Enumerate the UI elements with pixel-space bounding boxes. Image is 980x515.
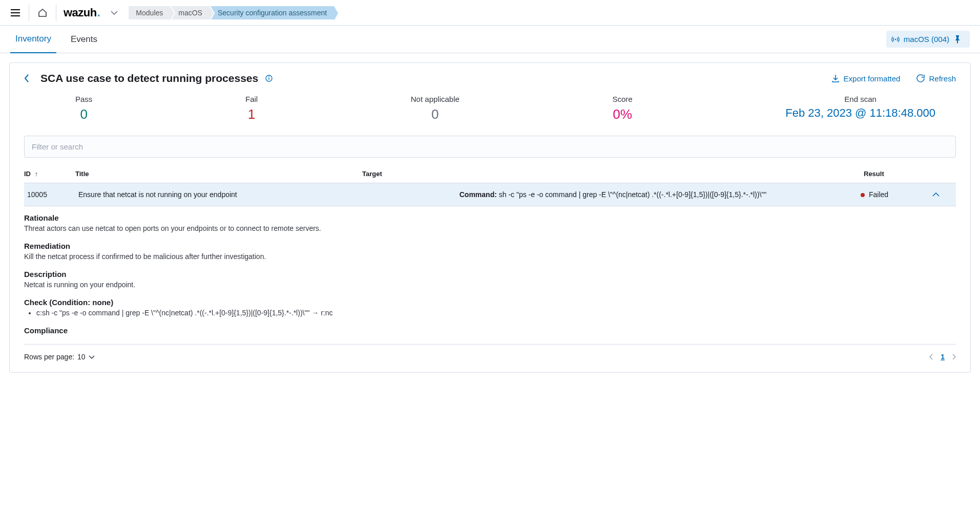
filter-input[interactable]: [32, 142, 948, 151]
stat-pass-value: 0: [75, 106, 92, 122]
row-details: Rationale Threat actors can use netcat t…: [24, 206, 956, 345]
logo-dropdown[interactable]: [104, 3, 124, 23]
remediation-heading: Remediation: [24, 242, 956, 250]
compliance-heading: Compliance: [24, 326, 956, 335]
stat-fail: Fail 1: [245, 95, 258, 122]
header-expand: [935, 170, 956, 178]
checks-table: ID ↑ Title Target Result 10005 Ensure th…: [24, 165, 956, 363]
status-dot-failed: [861, 193, 865, 197]
chevron-left-icon: [24, 74, 29, 83]
breadcrumb-modules[interactable]: Modules: [129, 6, 170, 19]
table-footer: Rows per page: 10 1: [24, 345, 956, 363]
export-label: Export formatted: [844, 74, 901, 83]
detail-compliance: Compliance: [24, 326, 956, 335]
stat-score: Score 0%: [612, 95, 632, 122]
description-text: Netcat is running on your endpoint.: [24, 281, 956, 289]
svg-point-2: [268, 76, 269, 77]
page-next[interactable]: [952, 354, 956, 360]
breadcrumbs: Modules macOS Security configuration ass…: [129, 6, 335, 19]
info-icon[interactable]: [265, 75, 273, 82]
stat-endscan: End scan Feb 23, 2023 @ 11:18:48.000: [785, 95, 935, 122]
detail-remediation: Remediation Kill the netcat process if c…: [24, 242, 956, 261]
rationale-heading: Rationale: [24, 213, 956, 222]
stat-fail-value: 1: [245, 106, 258, 122]
logo-text: wazuh: [64, 6, 97, 19]
target-label: Command:: [460, 190, 497, 199]
header-title[interactable]: Title: [75, 170, 362, 178]
chevron-left-icon: [929, 354, 933, 360]
logo[interactable]: wazuh.: [64, 6, 100, 19]
svg-rect-3: [269, 78, 269, 80]
chevron-up-icon: [932, 192, 940, 197]
chevron-down-icon: [89, 355, 95, 359]
main-panel: SCA use case to detect running processes…: [9, 62, 971, 373]
detail-check: Check (Condition: none) c:sh -c "ps -e -…: [24, 298, 956, 317]
chevron-right-icon: [952, 354, 956, 360]
hamburger-icon: [11, 9, 20, 16]
separator: [29, 5, 29, 21]
cell-expand[interactable]: [932, 192, 953, 197]
stat-na-label: Not applicable: [411, 95, 460, 103]
target-value: sh -c "ps -e -o command | grep -E \"^(nc…: [497, 190, 766, 199]
back-button[interactable]: [24, 74, 29, 83]
menu-button[interactable]: [5, 3, 26, 23]
detail-description: Description Netcat is running on your en…: [24, 270, 956, 289]
breadcrumb-current[interactable]: Security configuration assessment: [211, 6, 334, 19]
result-text: Failed: [869, 190, 888, 199]
svg-point-0: [894, 38, 896, 40]
stat-na-value: 0: [411, 106, 460, 122]
logo-dot: .: [97, 6, 100, 19]
rows-label: Rows per page:: [24, 353, 74, 361]
tabs: Inventory Events macOS (004): [0, 26, 980, 53]
refresh-button[interactable]: Refresh: [916, 74, 956, 83]
header-result[interactable]: Result: [864, 170, 935, 178]
rows-per-page[interactable]: Rows per page: 10: [24, 353, 95, 361]
signal-icon: [891, 36, 900, 43]
breadcrumb-agent[interactable]: macOS: [171, 6, 210, 19]
stat-endscan-label: End scan: [785, 95, 935, 103]
agent-badge[interactable]: macOS (004): [886, 31, 970, 48]
panel-title: SCA use case to detect running processes: [40, 72, 258, 84]
detail-rationale: Rationale Threat actors can use netcat t…: [24, 213, 956, 232]
description-heading: Description: [24, 270, 956, 278]
remediation-text: Kill the netcat process if confirmed to …: [24, 252, 956, 261]
stat-pass-label: Pass: [75, 95, 92, 103]
panel-header: SCA use case to detect running processes…: [24, 72, 956, 84]
refresh-label: Refresh: [929, 74, 956, 83]
rationale-text: Threat actors can use netcat to open por…: [24, 224, 956, 232]
check-list: c:sh -c "ps -e -o command | grep -E \"^(…: [24, 309, 956, 317]
stat-pass: Pass 0: [75, 95, 92, 122]
pagination: 1: [929, 353, 956, 361]
stat-score-value: 0%: [612, 106, 632, 122]
stat-fail-label: Fail: [245, 95, 258, 103]
refresh-icon: [916, 74, 925, 82]
panel-actions: Export formatted Refresh: [831, 74, 956, 83]
check-item: c:sh -c "ps -e -o command | grep -E \"^(…: [36, 309, 956, 317]
tab-inventory[interactable]: Inventory: [10, 26, 56, 53]
rows-value: 10: [77, 353, 86, 361]
stat-endscan-value: Feb 23, 2023 @ 11:18:48.000: [785, 106, 935, 120]
page-current[interactable]: 1: [941, 353, 945, 361]
stat-na: Not applicable 0: [411, 95, 460, 122]
cell-title: Ensure that netcat is not running on you…: [78, 190, 365, 199]
tab-events[interactable]: Events: [66, 26, 102, 53]
export-button[interactable]: Export formatted: [831, 74, 901, 83]
sort-asc-icon: ↑: [35, 170, 38, 178]
stat-score-label: Score: [612, 95, 632, 103]
page-prev[interactable]: [929, 354, 933, 360]
chevron-down-icon: [111, 11, 118, 15]
pin-icon[interactable]: [954, 35, 965, 44]
filter-box: [24, 136, 956, 158]
cell-target: Command: sh -c "ps -e -o command | grep …: [365, 190, 861, 199]
cell-id: 10005: [27, 190, 78, 199]
check-heading: Check (Condition: none): [24, 298, 956, 307]
home-icon: [38, 8, 47, 17]
stats-row: Pass 0 Fail 1 Not applicable 0 Score 0% …: [24, 93, 956, 132]
cell-result: Failed: [861, 190, 932, 199]
header-id[interactable]: ID ↑: [24, 170, 75, 178]
download-icon: [831, 74, 840, 82]
header-target[interactable]: Target: [362, 170, 864, 178]
table-row[interactable]: 10005 Ensure that netcat is not running …: [24, 183, 956, 206]
separator: [56, 5, 56, 21]
home-button[interactable]: [32, 3, 53, 23]
